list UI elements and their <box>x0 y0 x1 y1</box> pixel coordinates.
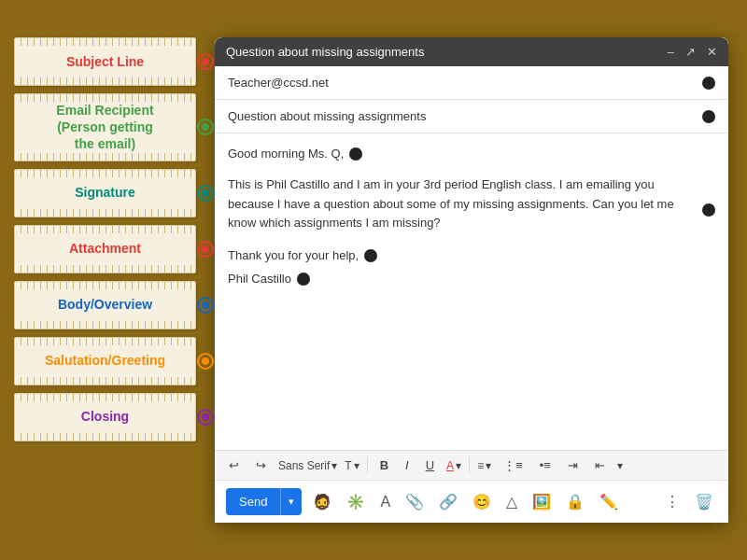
gmail-body: Teacher@ccsd.net Question about missing … <box>215 66 728 523</box>
note-recipient-label: Email Recipient(Person gettingthe email) <box>56 102 153 153</box>
align-icon: ≡ <box>477 459 484 472</box>
indent-button[interactable]: ⇥ <box>563 456 583 474</box>
signature-content-dot <box>297 273 310 286</box>
minimize-button[interactable]: – <box>668 45 674 59</box>
font-color-arrow: ▾ <box>456 459 461 472</box>
numbered-list-button[interactable]: ⋮≡ <box>499 456 528 474</box>
insert-smiley-button[interactable]: 😊 <box>469 489 495 514</box>
gmail-window-controls: – ↗ ✕ <box>668 45 717 59</box>
note-attachment-label: Attachment <box>69 240 141 257</box>
subject-field-value: Question about missing assignments <box>228 109 695 123</box>
subject-field-dot <box>702 110 715 123</box>
sidebar: Subject Line Email Recipient(Person gett… <box>14 37 196 441</box>
insert-signature-button[interactable]: ✏️ <box>596 489 622 514</box>
to-field-value: Teacher@ccsd.net <box>228 76 695 90</box>
more-toolbar-arrow: ▾ <box>617 459 623 472</box>
bulleted-list-button[interactable]: •≡ <box>535 456 556 474</box>
note-salutation-label: Salutation/Greeting <box>45 352 165 369</box>
recipient-dot <box>197 119 214 135</box>
subject-line-dot <box>197 53 214 70</box>
font-color-icon: A <box>446 459 454 472</box>
send-button-group: Send ▾ <box>226 488 302 515</box>
body-overview-dot <box>197 297 214 314</box>
formatting-toolbar: ↩ ↪ Sans Serif ▾ T ▾ B I U A ▾ ≡ ▾ ⋮ <box>215 450 728 480</box>
note-closing-label: Closing <box>81 408 129 425</box>
toolbar-sep-2 <box>469 457 470 474</box>
subject-field: Question about missing assignments <box>215 100 728 133</box>
signature-dot <box>197 185 214 202</box>
insert-drive-button[interactable]: △ <box>502 489 521 514</box>
salutation-content-dot <box>349 147 362 161</box>
note-body-label: Body/Overview <box>58 296 152 313</box>
note-subject-line: Subject Line <box>14 37 196 86</box>
gmail-actions-bar: Send ▾ 🧔 ✳️ A 📎 🔗 😊 △ 🖼️ 🔒 ✏️ ⋮ 🗑️ <box>215 480 728 523</box>
signature-line: Phil Castillo <box>228 270 715 289</box>
note-salutation: Salutation/Greeting <box>14 337 196 385</box>
insert-photo-button[interactable]: 🖼️ <box>529 489 555 514</box>
attachment-dot <box>197 241 214 258</box>
note-attachment: Attachment <box>14 225 196 273</box>
closing-content-dot <box>364 249 377 262</box>
underline-button[interactable]: U <box>421 456 439 474</box>
signature-text: Phil Castillo <box>228 270 291 289</box>
gmail-titlebar: Question about missing assignments – ↗ ✕ <box>215 37 728 66</box>
undo-button[interactable]: ↩ <box>224 456 244 474</box>
font-color-dropdown[interactable]: A ▾ <box>446 459 461 472</box>
delete-draft-button[interactable]: 🗑️ <box>691 489 717 514</box>
insert-lock-button[interactable]: 🔒 <box>562 489 588 514</box>
closing-text: Thank you for your help, <box>228 246 359 266</box>
gmail-compose-window: Question about missing assignments – ↗ ✕… <box>215 37 728 523</box>
note-signature: Signature <box>14 169 196 217</box>
format-text-button[interactable]: A <box>376 490 394 514</box>
attach-file-button[interactable]: 📎 <box>402 489 428 514</box>
align-dropdown[interactable]: ≡ ▾ <box>477 459 491 472</box>
close-button[interactable]: ✕ <box>707 45 717 59</box>
email-content-area[interactable]: Good morning Ms. Q, This is Phil Castill… <box>215 133 728 450</box>
italic-button[interactable]: I <box>401 456 414 474</box>
note-body-overview: Body/Overview <box>14 281 196 329</box>
to-field: Teacher@ccsd.net <box>215 66 728 100</box>
bold-button[interactable]: B <box>375 456 393 474</box>
body-content-dot <box>702 203 715 217</box>
to-field-dot <box>702 77 715 90</box>
font-size-arrow: ▾ <box>354 459 359 472</box>
salutation-text: Good morning Ms. Q, <box>228 145 344 164</box>
send-button[interactable]: Send <box>226 488 280 515</box>
more-options-button[interactable]: ⋮ <box>661 489 684 514</box>
more-toolbar-dropdown[interactable]: ▾ <box>617 459 623 472</box>
align-arrow: ▾ <box>486 459 491 472</box>
redo-button[interactable]: ↪ <box>251 456 271 474</box>
font-size-icon: T <box>345 459 351 472</box>
note-signature-label: Signature <box>75 184 135 201</box>
font-name: Sans Serif <box>278 459 330 472</box>
insert-effects-button[interactable]: ✳️ <box>343 489 369 514</box>
insert-emoji-button[interactable]: 🧔 <box>309 489 335 514</box>
font-size-dropdown[interactable]: T ▾ <box>345 459 359 472</box>
salutation-line: Good morning Ms. Q, <box>228 145 715 164</box>
outdent-button[interactable]: ⇤ <box>590 456 610 474</box>
gmail-window-title: Question about missing assignments <box>226 45 424 59</box>
send-dropdown-button[interactable]: ▾ <box>280 488 302 515</box>
body-paragraph-line: This is Phil Castillo and I am in your 3… <box>228 175 715 233</box>
font-dropdown[interactable]: Sans Serif ▾ <box>278 459 337 472</box>
font-dropdown-arrow: ▾ <box>331 459 337 472</box>
closing-line: Thank you for your help, <box>228 246 715 266</box>
toolbar-sep-1 <box>367 457 368 474</box>
note-closing: Closing <box>14 393 196 441</box>
insert-link-button[interactable]: 🔗 <box>435 489 461 514</box>
maximize-button[interactable]: ↗ <box>685 45 696 59</box>
body-paragraph-text: This is Phil Castillo and I am in your 3… <box>228 175 697 233</box>
salutation-dot <box>197 353 214 370</box>
note-subject-label: Subject Line <box>66 53 144 70</box>
note-email-recipient: Email Recipient(Person gettingthe email) <box>14 93 196 161</box>
closing-dot <box>197 409 214 426</box>
